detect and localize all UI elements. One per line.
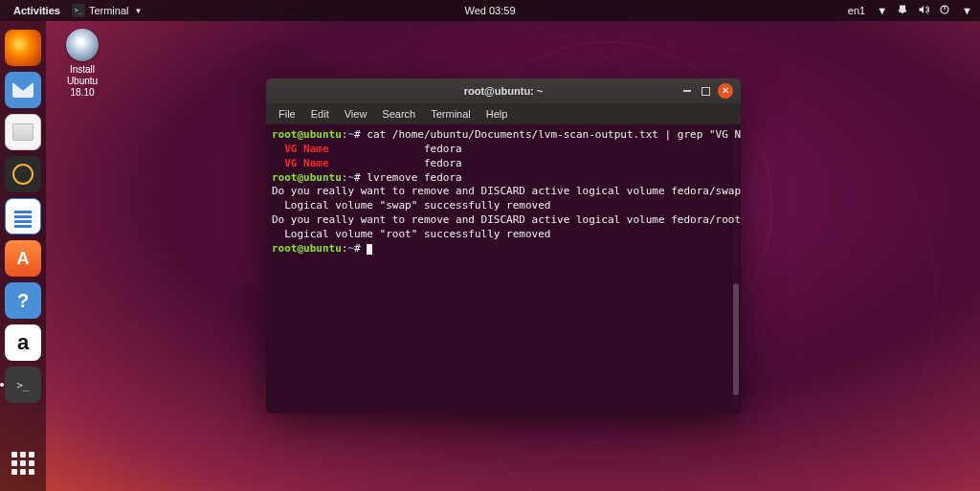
dock-item-firefox[interactable] bbox=[5, 30, 41, 66]
active-app-menu[interactable]: Terminal ▼ bbox=[66, 4, 148, 17]
network-icon[interactable] bbox=[897, 4, 908, 17]
window-close-button[interactable] bbox=[718, 83, 733, 99]
scrollbar-thumb[interactable] bbox=[733, 283, 739, 396]
dock-item-files[interactable] bbox=[5, 114, 41, 150]
menu-search[interactable]: Search bbox=[375, 106, 422, 122]
dock-item-software[interactable] bbox=[5, 240, 41, 277]
chevron-down-icon: ▼ bbox=[135, 7, 143, 15]
window-maximize-button[interactable] bbox=[702, 87, 710, 96]
terminal-window: root@ubuntu: ~ FileEditViewSearchTermina… bbox=[266, 78, 741, 413]
dock-item-writer[interactable] bbox=[5, 198, 41, 234]
desktop-icon-label: InstallUbuntu18.10 bbox=[54, 64, 111, 99]
menu-file[interactable]: File bbox=[272, 106, 302, 122]
dock-item-terminal[interactable] bbox=[5, 367, 41, 403]
window-title: root@ubuntu: ~ bbox=[464, 85, 544, 97]
dock-item-rhythmbox[interactable] bbox=[5, 156, 41, 192]
input-language[interactable]: en1 bbox=[848, 5, 865, 16]
menu-edit[interactable]: Edit bbox=[304, 106, 336, 122]
status-area[interactable]: en1 ▼ ▼ bbox=[848, 4, 972, 17]
chevron-down-icon: ▼ bbox=[877, 5, 887, 16]
dock-item-amazon[interactable] bbox=[5, 324, 41, 361]
menu-help[interactable]: Help bbox=[479, 106, 515, 122]
clock[interactable]: Wed 03:59 bbox=[464, 5, 515, 16]
active-app-label: Terminal bbox=[89, 5, 129, 16]
terminal-icon bbox=[72, 4, 85, 17]
power-icon[interactable] bbox=[939, 4, 950, 17]
dock-item-help[interactable] bbox=[5, 282, 41, 319]
volume-icon[interactable] bbox=[918, 4, 929, 17]
dock bbox=[0, 21, 46, 491]
window-titlebar[interactable]: root@ubuntu: ~ bbox=[266, 78, 741, 103]
activities-button[interactable]: Activities bbox=[8, 5, 66, 16]
disc-icon bbox=[66, 29, 99, 61]
window-minimize-button[interactable] bbox=[680, 84, 694, 98]
terminal-menubar: FileEditViewSearchTerminalHelp bbox=[266, 103, 741, 124]
menu-terminal[interactable]: Terminal bbox=[424, 106, 478, 122]
dock-item-thunderbird[interactable] bbox=[5, 72, 41, 108]
show-applications-button[interactable] bbox=[5, 445, 41, 481]
terminal-output[interactable]: root@ubuntu:~# cat /home/ubuntu/Document… bbox=[266, 124, 741, 413]
desktop-icon-install-ubuntu[interactable]: InstallUbuntu18.10 bbox=[54, 29, 111, 99]
window-controls bbox=[680, 83, 741, 99]
menu-view[interactable]: View bbox=[338, 106, 374, 122]
chevron-down-icon: ▼ bbox=[962, 5, 972, 16]
scrollbar[interactable] bbox=[733, 128, 739, 410]
top-bar: Activities Terminal ▼ Wed 03:59 en1 ▼ ▼ bbox=[0, 0, 980, 21]
